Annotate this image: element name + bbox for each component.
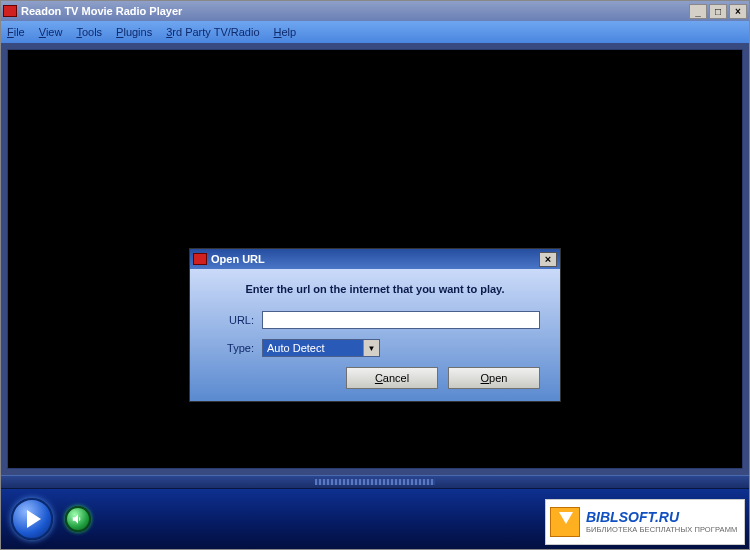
maximize-button[interactable]: □ <box>709 4 727 19</box>
menu-tools[interactable]: Tools <box>76 26 102 38</box>
window-title: Readon TV Movie Radio Player <box>21 5 689 17</box>
download-icon <box>550 507 580 537</box>
play-button[interactable] <box>11 498 53 540</box>
chevron-down-icon: ▼ <box>363 340 379 356</box>
url-input[interactable] <box>262 311 540 329</box>
menu-help[interactable]: Help <box>274 26 297 38</box>
main-window: Readon TV Movie Radio Player _ □ × File … <box>0 0 750 550</box>
seek-grip-icon <box>315 479 435 485</box>
type-label: Type: <box>210 342 254 354</box>
menubar: File View Tools Plugins 3rd Party TV/Rad… <box>1 21 749 43</box>
dialog-title: Open URL <box>211 253 539 265</box>
menu-third-party[interactable]: 3rd Party TV/Radio <box>166 26 259 38</box>
titlebar: Readon TV Movie Radio Player _ □ × <box>1 1 749 21</box>
menu-view[interactable]: View <box>39 26 63 38</box>
open-button[interactable]: Open <box>448 367 540 389</box>
menu-plugins[interactable]: Plugins <box>116 26 152 38</box>
open-url-dialog: Open URL × Enter the url on the internet… <box>189 248 561 402</box>
watermark-brand: BIBLSOFT.RU <box>586 510 737 525</box>
minimize-button[interactable]: _ <box>689 4 707 19</box>
watermark: BIBLSOFT.RU БИБЛИОТЕКА БЕСПЛАТНЫХ ПРОГРА… <box>545 499 745 545</box>
dialog-icon <box>193 253 207 265</box>
close-button[interactable]: × <box>729 4 747 19</box>
dialog-close-button[interactable]: × <box>539 252 557 267</box>
app-icon <box>3 5 17 17</box>
player-controls: BIBLSOFT.RU БИБЛИОТЕКА БЕСПЛАТНЫХ ПРОГРА… <box>1 489 749 549</box>
type-select[interactable]: Auto Detect ▼ <box>262 339 380 357</box>
play-icon <box>27 510 41 528</box>
dialog-titlebar: Open URL × <box>190 249 560 269</box>
type-select-value: Auto Detect <box>263 340 363 356</box>
watermark-tagline: БИБЛИОТЕКА БЕСПЛАТНЫХ ПРОГРАММ <box>586 526 737 534</box>
dialog-prompt: Enter the url on the internet that you w… <box>210 283 540 295</box>
video-area: Open URL × Enter the url on the internet… <box>1 43 749 475</box>
seek-bar[interactable] <box>1 475 749 489</box>
cancel-button[interactable]: Cancel <box>346 367 438 389</box>
url-label: URL: <box>210 314 254 326</box>
volume-button[interactable] <box>65 506 91 532</box>
speaker-icon <box>71 512 85 526</box>
menu-file[interactable]: File <box>7 26 25 38</box>
